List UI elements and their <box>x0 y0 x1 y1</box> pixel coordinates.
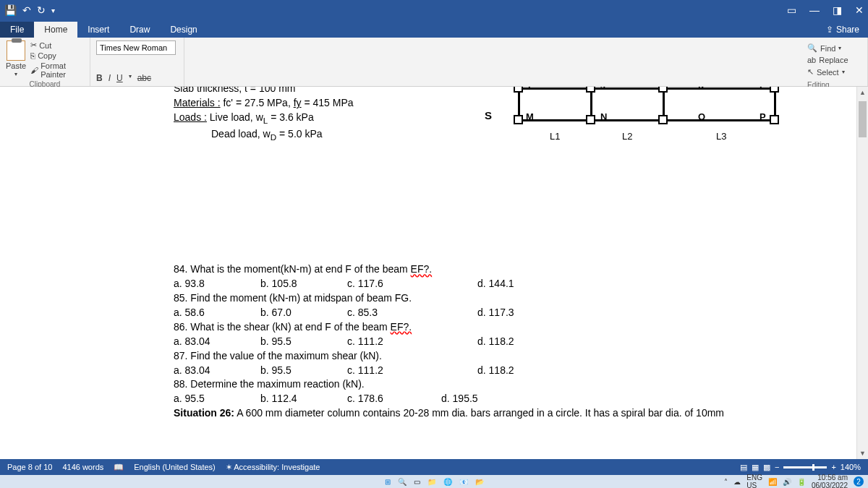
app-icon[interactable]: 🌐 <box>443 478 452 486</box>
share-icon: ⇪ <box>826 25 833 35</box>
find-button[interactable]: 🔍Find ▾ <box>807 42 863 54</box>
app-icon[interactable]: 📁 <box>427 478 436 486</box>
undo-icon[interactable]: ↶ <box>22 4 31 16</box>
replace-icon: ab <box>807 56 816 64</box>
search-taskbar-icon[interactable]: 🔍 <box>398 478 407 486</box>
replace-button[interactable]: abReplace <box>807 54 863 66</box>
zoom-slider[interactable] <box>783 466 827 468</box>
brush-icon: 🖌 <box>30 66 38 74</box>
italic-button[interactable]: I <box>109 73 111 83</box>
battery-icon[interactable]: 🔋 <box>797 478 806 486</box>
print-layout-icon[interactable]: ▦ <box>752 463 759 472</box>
clipboard-group: Paste ▾ ✂Cut ⎘Copy 🖌Format Painter Clipb… <box>0 38 90 86</box>
clock[interactable]: 10:56 am06/03/2022 <box>812 474 848 488</box>
accessibility-indicator[interactable]: ✶ Accessibility: Investigate <box>226 463 320 472</box>
font-name-input[interactable] <box>96 40 176 55</box>
cut-button[interactable]: ✂Cut <box>30 40 84 50</box>
app-icon[interactable]: 📧 <box>459 478 468 486</box>
web-layout-icon[interactable]: ▩ <box>763 463 770 472</box>
tab-home[interactable]: Home <box>34 22 77 38</box>
tab-file[interactable]: File <box>0 22 34 38</box>
copy-icon: ⎘ <box>30 51 35 60</box>
redo-icon[interactable]: ↻ <box>37 4 46 16</box>
vertical-scrollbar[interactable]: ▲ ▼ <box>856 87 868 459</box>
ribbon-display-icon[interactable]: ▭ <box>787 4 796 16</box>
tab-design[interactable]: Design <box>160 22 207 38</box>
save-icon[interactable]: 💾 <box>4 4 17 16</box>
quick-access-toolbar: 💾 ↶ ↻ ▾ <box>4 4 55 16</box>
search-icon: 🔍 <box>807 43 817 53</box>
maximize-icon[interactable]: ◨ <box>833 4 842 16</box>
ribbon: Paste ▾ ✂Cut ⎘Copy 🖌Format Painter Clipb… <box>0 38 868 87</box>
zoom-in-icon[interactable]: + <box>831 463 835 471</box>
underline-button[interactable]: U <box>116 73 123 83</box>
notification-icon[interactable]: 2 <box>854 476 864 487</box>
volume-icon[interactable]: 🔊 <box>783 478 791 486</box>
language-indicator[interactable]: English (United States) <box>134 463 216 471</box>
zoom-level[interactable]: 140% <box>841 463 861 471</box>
document-area[interactable]: Situation 25: For shear and moment calcu… <box>0 87 868 459</box>
title-bar: 💾 ↶ ↻ ▾ ▭ — ◨ ✕ <box>0 0 868 20</box>
status-bar: Page 8 of 10 4146 words 📖 English (Unite… <box>0 459 868 475</box>
qat-more-icon[interactable]: ▾ <box>51 7 55 14</box>
minimize-icon[interactable]: — <box>809 4 820 16</box>
read-mode-icon[interactable]: ▤ <box>740 463 747 472</box>
cursor-icon: ↖ <box>807 67 814 77</box>
bold-button[interactable]: B <box>96 73 103 83</box>
share-button[interactable]: ⇪Share <box>817 22 868 38</box>
system-tray: ˄ ☁ ENGUS 📶 🔊 🔋 10:56 am06/03/2022 2 <box>724 474 864 488</box>
taskview-icon[interactable]: ▭ <box>414 478 420 486</box>
start-icon[interactable]: ⊞ <box>385 478 391 486</box>
font-group: B I U ▾ abc <box>90 38 184 86</box>
page-indicator[interactable]: Page 8 of 10 <box>7 463 52 471</box>
chevron-up-icon[interactable]: ˄ <box>724 478 728 486</box>
word-count[interactable]: 4146 words <box>62 463 103 471</box>
wifi-icon[interactable]: 📶 <box>768 478 777 486</box>
scroll-down-icon[interactable]: ▼ <box>857 448 868 459</box>
zoom-out-icon[interactable]: − <box>775 463 779 471</box>
window-controls: ▭ — ◨ ✕ <box>787 4 864 16</box>
ribbon-tabs: File Home Insert Draw Design ⇪Share <box>0 20 868 38</box>
select-button[interactable]: ↖Select ▾ <box>807 66 863 78</box>
paste-button[interactable]: Paste ▾ <box>6 40 26 79</box>
tab-insert[interactable]: Insert <box>77 22 119 38</box>
format-painter-button[interactable]: 🖌Format Painter <box>30 61 84 79</box>
scroll-up-icon[interactable]: ▲ <box>857 87 868 98</box>
scissors-icon: ✂ <box>30 40 37 50</box>
scroll-thumb[interactable] <box>859 101 867 137</box>
close-icon[interactable]: ✕ <box>855 4 864 16</box>
beam-diagram: S S S A B C D <box>477 87 788 130</box>
strike-button[interactable]: abc <box>137 73 151 83</box>
paste-icon <box>7 40 25 61</box>
cloud-icon[interactable]: ☁ <box>733 478 741 486</box>
spellcheck-icon[interactable]: 📖 <box>114 463 124 472</box>
tab-draw[interactable]: Draw <box>119 22 160 38</box>
taskbar: ⊞ 🔍 ▭ 📁 🌐 📧 📂 ˄ ☁ ENGUS 📶 🔊 🔋 10:56 am06… <box>0 475 868 488</box>
copy-button[interactable]: ⎘Copy <box>30 51 84 60</box>
app-icon[interactable]: 📂 <box>475 478 484 486</box>
editing-group: 🔍Find ▾ abReplace ↖Select ▾ Editing <box>803 38 868 86</box>
page-content: Situation 25: For shear and moment calcu… <box>174 87 839 421</box>
lang-indicator[interactable]: ENGUS <box>746 474 762 488</box>
